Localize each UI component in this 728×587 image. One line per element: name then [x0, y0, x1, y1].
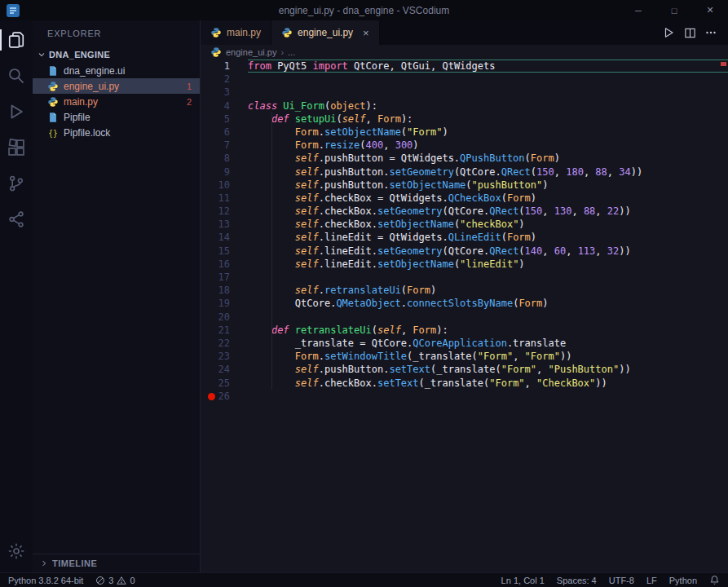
line-number[interactable]: 22 — [201, 337, 241, 350]
code-line[interactable] — [248, 311, 728, 324]
tabs: main.pyengine_ui.py× — [201, 20, 380, 45]
code-line[interactable]: Form.resize(400, 300) — [248, 139, 728, 152]
code-editor[interactable]: 1234567891011121314151617181920212223242… — [201, 60, 728, 572]
line-number[interactable]: 14 — [201, 231, 241, 244]
code-line[interactable]: Form.setObjectName("Form") — [248, 126, 728, 139]
line-number[interactable]: 18 — [201, 284, 241, 297]
line-number[interactable]: 2 — [201, 73, 241, 86]
error-count: 3 — [108, 576, 113, 585]
line-number[interactable]: 4 — [201, 99, 241, 113]
code-line[interactable]: self.checkBox.setObjectName("checkBox") — [248, 218, 728, 231]
status-notifications[interactable] — [709, 575, 720, 585]
code-token: QRect — [489, 245, 518, 257]
line-number[interactable]: 12 — [201, 205, 241, 218]
code-token: )) — [631, 166, 642, 178]
workspace-folder-row[interactable]: DNA_ENGINE — [33, 46, 200, 63]
line-number[interactable]: 8 — [201, 152, 241, 165]
code-token: , — [513, 351, 524, 362]
activity-item-explorer[interactable] — [0, 22, 33, 58]
line-number[interactable]: 25 — [201, 377, 241, 390]
tab-close-icon[interactable]: × — [363, 27, 369, 39]
breakpoint-dot[interactable] — [208, 393, 215, 400]
code-line[interactable]: self.retranslateUi(Form) — [248, 284, 728, 297]
maximize-button[interactable]: □ — [656, 0, 692, 20]
code-line[interactable]: QtCore.QMetaObject.connectSlotsByName(Fo… — [248, 297, 728, 310]
code-line[interactable]: self.lineEdit.setObjectName("lineEdit") — [248, 258, 728, 271]
line-number[interactable]: 13 — [201, 218, 241, 231]
code-line[interactable]: self.pushButton.setObjectName("pushButto… — [248, 179, 728, 192]
code-line[interactable] — [248, 271, 728, 284]
line-number[interactable]: 6 — [201, 126, 241, 139]
line-number[interactable]: 5 — [201, 113, 241, 126]
line-number[interactable]: 20 — [201, 311, 241, 324]
line-number[interactable]: 1 — [201, 60, 241, 73]
activity-item-source-control[interactable] — [0, 166, 33, 201]
line-number[interactable]: 21 — [201, 324, 241, 337]
breadcrumb-file[interactable]: engine_ui.py — [226, 47, 276, 57]
code-line[interactable]: def retranslateUi(self, Form): — [248, 324, 728, 337]
line-number-text: 26 — [218, 391, 230, 402]
line-number[interactable]: 16 — [201, 258, 241, 271]
status-indentation[interactable]: Spaces: 4 — [557, 576, 597, 585]
code-line[interactable]: _translate = QtCore.QCoreApplication.tra… — [248, 337, 728, 350]
code-line[interactable]: class Ui_Form(object): — [248, 99, 728, 113]
file-row-dna_engine.ui[interactable]: dna_engine.ui — [33, 63, 200, 78]
code-line[interactable]: def setupUi(self, Form): — [248, 113, 728, 126]
line-number[interactable]: 7 — [201, 139, 241, 152]
line-number[interactable]: 10 — [201, 179, 241, 192]
line-number[interactable]: 9 — [201, 166, 241, 179]
timeline-section-header[interactable]: TIMELINE — [33, 554, 200, 572]
code-line[interactable]: Form.setWindowTitle(_translate("Form", "… — [248, 350, 728, 363]
code-line[interactable] — [248, 390, 728, 403]
activity-item-remote[interactable] — [0, 201, 33, 237]
code-line[interactable]: self.pushButton.setText(_translate("Form… — [248, 363, 728, 376]
minimize-button[interactable]: ─ — [620, 0, 656, 20]
code-line[interactable] — [248, 86, 728, 99]
code-line[interactable]: self.pushButton = QtWidgets.QPushButton(… — [248, 152, 728, 165]
timeline-label: TIMELINE — [52, 558, 97, 568]
code-line[interactable]: self.checkBox.setText(_translate("Form",… — [248, 377, 728, 390]
code-line[interactable]: self.checkBox.setGeometry(QtCore.QRect(1… — [248, 205, 728, 218]
status-language-mode[interactable]: Python — [669, 576, 697, 585]
line-number[interactable]: 15 — [201, 245, 241, 258]
status-eol[interactable]: LF — [646, 576, 657, 585]
code-line[interactable] — [248, 73, 728, 86]
activity-item-run-debug[interactable] — [0, 94, 33, 130]
line-number[interactable]: 3 — [201, 86, 241, 99]
file-row-Pipfile.lock[interactable]: {}Pipfile.lock — [33, 125, 200, 140]
status-problems[interactable]: 30 — [95, 576, 135, 585]
line-number[interactable]: 17 — [201, 271, 241, 284]
file-row-engine_ui.py[interactable]: engine_ui.py1 — [33, 78, 200, 94]
code-token: "pushButton" — [472, 179, 543, 191]
line-number[interactable]: 11 — [201, 192, 241, 205]
split-editor-button[interactable] — [681, 24, 699, 42]
status-encoding[interactable]: UTF-8 — [609, 576, 634, 585]
file-row-Pipfile[interactable]: Pipfile — [33, 109, 200, 125]
activity-item-search[interactable] — [0, 58, 33, 94]
tab-engine_ui.py[interactable]: engine_ui.py× — [271, 20, 380, 45]
activity-item-settings[interactable] — [0, 533, 33, 569]
code-token: ) — [518, 218, 524, 230]
status-cursor-position[interactable]: Ln 1, Col 1 — [501, 576, 545, 585]
status-python-interpreter[interactable]: Python 3.8.2 64-bit — [8, 576, 83, 585]
activity-bar-bottom — [0, 533, 33, 569]
code-line[interactable]: self.lineEdit.setGeometry(QtCore.QRect(1… — [248, 245, 728, 258]
code-line[interactable]: self.pushButton.setGeometry(QtCore.QRect… — [248, 166, 728, 179]
code-token: "Form" — [501, 364, 536, 375]
line-number[interactable]: 19 — [201, 297, 241, 310]
tab-main.py[interactable]: main.py — [201, 20, 271, 45]
code-line[interactable]: self.lineEdit = QtWidgets.QLineEdit(Form… — [248, 231, 728, 244]
run-button[interactable] — [660, 24, 677, 42]
code-token: Form — [295, 126, 319, 138]
code-line[interactable]: from PyQt5 import QtCore, QtGui, QtWidge… — [248, 60, 728, 73]
file-row-main.py[interactable]: main.py2 — [33, 94, 200, 109]
close-button[interactable]: ✕ — [692, 0, 728, 20]
activity-item-extensions[interactable] — [0, 130, 33, 166]
line-number[interactable]: 24 — [201, 363, 241, 376]
line-number[interactable]: 26 — [201, 390, 241, 403]
more-button[interactable] — [702, 24, 720, 42]
code-token: retranslateUi — [295, 324, 372, 336]
line-number[interactable]: 23 — [201, 350, 241, 363]
code-line[interactable]: self.checkBox = QtWidgets.QCheckBox(Form… — [248, 192, 728, 205]
breadcrumb-more[interactable]: ... — [288, 47, 295, 57]
